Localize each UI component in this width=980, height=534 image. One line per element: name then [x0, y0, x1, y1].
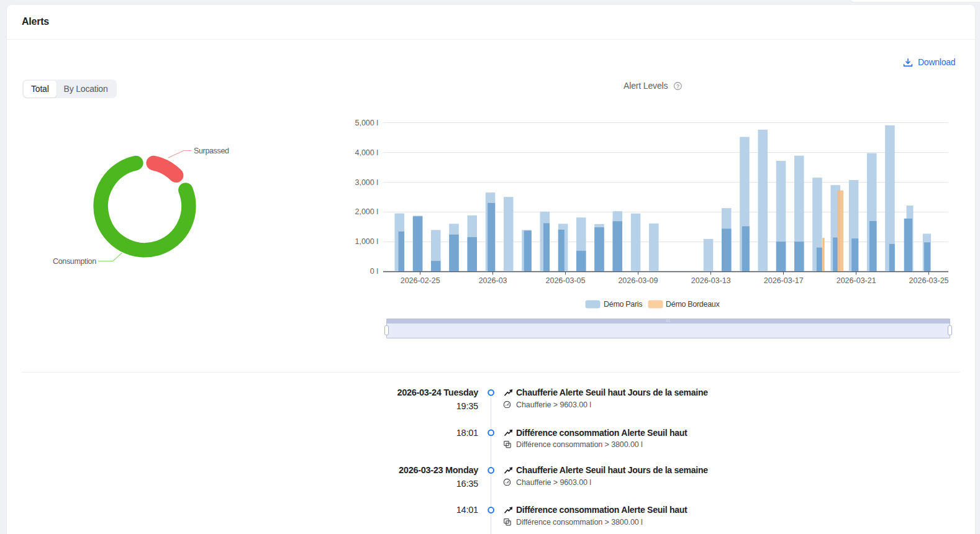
svg-text:?: ? — [676, 83, 679, 89]
svg-text:3,000 l: 3,000 l — [355, 178, 378, 187]
svg-text:2026-03-09: 2026-03-09 — [618, 276, 658, 285]
svg-text:2026-03-25: 2026-03-25 — [909, 276, 949, 285]
svg-text:2026-03-05: 2026-03-05 — [546, 276, 586, 285]
svg-text:4,000 l: 4,000 l — [355, 148, 378, 157]
svg-text:5,000 l: 5,000 l — [355, 119, 378, 127]
svg-text:2026-02-25: 2026-02-25 — [401, 276, 440, 285]
svg-text:2026-03-21: 2026-03-21 — [837, 276, 876, 285]
svg-text:2026-03-17: 2026-03-17 — [764, 276, 804, 285]
svg-text:0 l: 0 l — [370, 267, 378, 276]
svg-text:2026-03-13: 2026-03-13 — [691, 276, 731, 285]
svg-text:2026-03: 2026-03 — [479, 276, 507, 285]
svg-text:2,000 l: 2,000 l — [355, 207, 378, 216]
svg-text:1,000 l: 1,000 l — [355, 237, 378, 246]
